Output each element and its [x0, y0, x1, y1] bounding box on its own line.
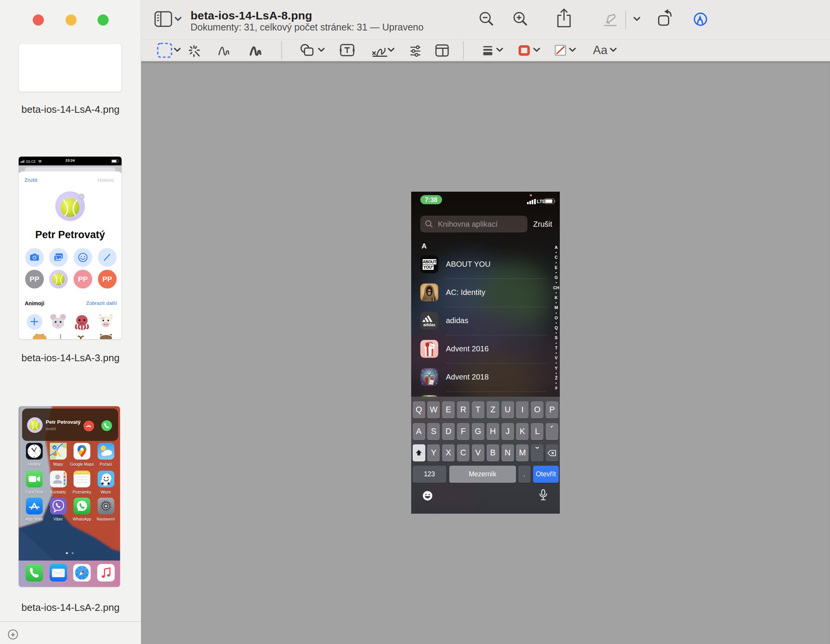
svg-text:Aa: Aa — [593, 43, 608, 57]
svg-text:adidas: adidas — [423, 323, 436, 327]
svg-text:A: A — [53, 446, 56, 449]
